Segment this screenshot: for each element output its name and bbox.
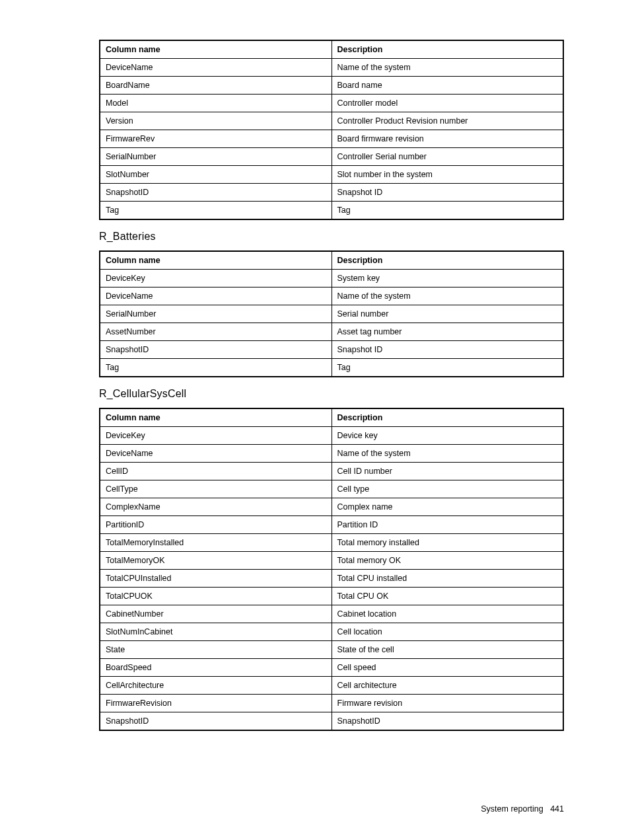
table-row: CellTypeCell type (100, 480, 563, 498)
cell-column-name: SlotNumInCabinet (100, 623, 332, 641)
table-row: SerialNumberSerial number (100, 305, 563, 323)
cell-column-name: TotalCPUInstalled (100, 570, 332, 588)
cell-column-name: Tag (100, 202, 332, 220)
cell-description: Cabinet location (332, 605, 563, 623)
table-row: ModelController model (100, 95, 563, 112)
cell-column-name: FirmwareRev (100, 130, 332, 148)
cell-column-name: DeviceName (100, 445, 332, 463)
table-row: TotalCPUInstalledTotal CPU installed (100, 570, 563, 588)
table-row: TotalMemoryOKTotal memory OK (100, 552, 563, 570)
cell-description: System key (332, 270, 563, 287)
cell-column-name: TotalMemoryInstalled (100, 534, 332, 552)
table-row: CabinetNumberCabinet location (100, 605, 563, 623)
table-row: StateState of the cell (100, 641, 563, 659)
cell-description: Total CPU OK (332, 588, 563, 605)
table-row: SlotNumInCabinetCell location (100, 623, 563, 641)
cell-description: State of the cell (332, 641, 563, 659)
table-row: BoardSpeedCell speed (100, 659, 563, 677)
section-title-batteries: R_Batteries (99, 231, 564, 243)
cell-column-name: SnapshotID (100, 341, 332, 359)
table-row: DeviceNameName of the system (100, 287, 563, 305)
page-container: Column name Description DeviceNameName o… (0, 0, 630, 840)
cell-column-name: SlotNumber (100, 166, 332, 184)
table-row: SnapshotIDSnapshot ID (100, 341, 563, 359)
cell-description: Snapshot ID (332, 184, 563, 202)
cell-column-name: Tag (100, 359, 332, 377)
table-batteries: Column name Description DeviceKeySystem … (99, 250, 564, 377)
cell-column-name: Model (100, 95, 332, 112)
cell-column-name: DeviceName (100, 59, 332, 77)
cell-column-name: DeviceKey (100, 427, 332, 445)
cell-column-name: SerialNumber (100, 305, 332, 323)
table-row: CellIDCell ID number (100, 463, 563, 480)
table-cellularsyscell: Column name Description DeviceKeyDevice … (99, 408, 564, 731)
cell-column-name: Version (100, 112, 332, 130)
page-footer: System reporting 441 (481, 804, 564, 814)
header-description: Description (332, 251, 563, 270)
cell-column-name: PartitionID (100, 516, 332, 534)
cell-description: Total memory installed (332, 534, 563, 552)
cell-description: Controller Product Revision number (332, 112, 563, 130)
cell-column-name: State (100, 641, 332, 659)
table-row: DeviceKeySystem key (100, 270, 563, 287)
table-row: CellArchitectureCell architecture (100, 677, 563, 695)
cell-description: Total CPU installed (332, 570, 563, 588)
footer-page-number: 441 (550, 804, 564, 814)
cell-column-name: SnapshotID (100, 712, 332, 731)
cell-description: SnapshotID (332, 712, 563, 731)
cell-description: Slot number in the system (332, 166, 563, 184)
table-row: PartitionIDPartition ID (100, 516, 563, 534)
cell-description: Cell architecture (332, 677, 563, 695)
table-row: TotalCPUOKTotal CPU OK (100, 588, 563, 605)
cell-column-name: DeviceKey (100, 270, 332, 287)
table-row: TagTag (100, 202, 563, 220)
cell-description: Complex name (332, 498, 563, 516)
table-row: ComplexNameComplex name (100, 498, 563, 516)
header-description: Description (332, 408, 563, 427)
table-row: TagTag (100, 359, 563, 377)
cell-description: Snapshot ID (332, 341, 563, 359)
cell-description: Cell speed (332, 659, 563, 677)
header-column-name: Column name (100, 40, 332, 59)
table-header-row: Column name Description (100, 251, 563, 270)
cell-description: Name of the system (332, 287, 563, 305)
cell-description: Name of the system (332, 445, 563, 463)
cell-description: Total memory OK (332, 552, 563, 570)
cell-column-name: BoardName (100, 77, 332, 95)
table-row: VersionController Product Revision numbe… (100, 112, 563, 130)
cell-column-name: CabinetNumber (100, 605, 332, 623)
cell-description: Tag (332, 202, 563, 220)
footer-section: System reporting (481, 804, 543, 814)
cell-column-name: CellType (100, 480, 332, 498)
cell-column-name: SerialNumber (100, 148, 332, 166)
header-column-name: Column name (100, 251, 332, 270)
table-row: SlotNumberSlot number in the system (100, 166, 563, 184)
table-row: AssetNumberAsset tag number (100, 323, 563, 341)
cell-description: Controller Serial number (332, 148, 563, 166)
table-header-row: Column name Description (100, 40, 563, 59)
cell-description: Device key (332, 427, 563, 445)
cell-description: Name of the system (332, 59, 563, 77)
table-row: FirmwareRevisionFirmware revision (100, 695, 563, 712)
cell-column-name: ComplexName (100, 498, 332, 516)
table-row: FirmwareRevBoard firmware revision (100, 130, 563, 148)
cell-description: Partition ID (332, 516, 563, 534)
table-row: BoardNameBoard name (100, 77, 563, 95)
cell-column-name: CellID (100, 463, 332, 480)
cell-description: Serial number (332, 305, 563, 323)
cell-description: Cell location (332, 623, 563, 641)
cell-description: Board name (332, 77, 563, 95)
cell-column-name: BoardSpeed (100, 659, 332, 677)
section-title-cellularsyscell: R_CellularSysCell (99, 388, 564, 400)
cell-description: Firmware revision (332, 695, 563, 712)
header-description: Description (332, 40, 563, 59)
cell-description: Controller model (332, 95, 563, 112)
table-1: Column name Description DeviceNameName o… (99, 40, 564, 220)
cell-column-name: AssetNumber (100, 323, 332, 341)
table-row: TotalMemoryInstalledTotal memory install… (100, 534, 563, 552)
table-row: DeviceNameName of the system (100, 59, 563, 77)
cell-description: Asset tag number (332, 323, 563, 341)
cell-column-name: FirmwareRevision (100, 695, 332, 712)
table-row: DeviceKeyDevice key (100, 427, 563, 445)
cell-description: Tag (332, 359, 563, 377)
